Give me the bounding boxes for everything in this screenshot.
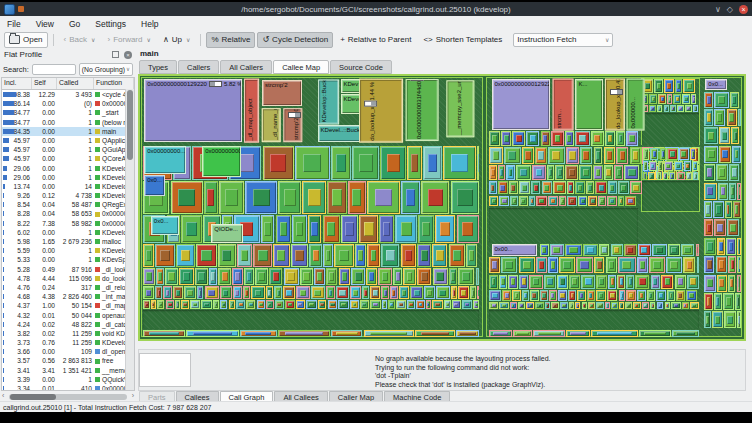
treemap-tile[interactable] — [723, 293, 734, 310]
treemap-tile[interactable] — [692, 161, 698, 170]
treemap-tile[interactable] — [717, 238, 726, 255]
treemap-tile[interactable] — [617, 275, 625, 289]
treemap-tile[interactable] — [243, 286, 250, 299]
treemap-tile[interactable] — [403, 268, 415, 285]
treemap-tile[interactable] — [642, 302, 649, 309]
treemap-tile[interactable] — [594, 257, 604, 273]
treemap-tile[interactable] — [677, 105, 684, 112]
tab-types[interactable]: Types — [139, 60, 177, 74]
treemap-tile[interactable] — [532, 165, 545, 179]
treemap-tile[interactable] — [669, 172, 676, 180]
treemap-tile[interactable] — [190, 300, 200, 309]
table-row[interactable]: 8.540.0458 487QRegExp:: — [2, 200, 134, 209]
treemap-tile[interactable] — [737, 275, 741, 292]
table-row[interactable]: 29.060.001KDevelop:: — [2, 173, 134, 182]
treemap-tile[interactable] — [285, 300, 295, 309]
table-row[interactable]: 3.340.014100x0000000 — [2, 384, 134, 390]
treemap-tile[interactable] — [470, 286, 476, 299]
table-row[interactable]: 45.970.001QApplicati — [2, 136, 134, 145]
treemap-tile[interactable] — [229, 300, 236, 309]
treemap-tile[interactable] — [498, 181, 508, 194]
treemap-tile-0x0[interactable]: 0x0... — [705, 79, 727, 91]
treemap-tile[interactable] — [550, 244, 564, 256]
treemap-tile[interactable] — [718, 183, 729, 200]
treemap-tile[interactable] — [674, 161, 683, 170]
treemap-tile[interactable] — [351, 268, 365, 285]
treemap-tile[interactable] — [367, 244, 380, 266]
treemap-tile-dl-map-object[interactable]: _dl_map_object — [244, 79, 259, 143]
table-row[interactable]: 4.320.0150 044openaux — [2, 311, 134, 320]
treemap-tile[interactable] — [664, 105, 670, 112]
treemap-tile[interactable] — [614, 165, 623, 179]
treemap-tile[interactable] — [452, 300, 461, 309]
treemap-tile[interactable] — [667, 290, 674, 301]
treemap-tile[interactable] — [704, 238, 715, 255]
treemap-tile[interactable] — [638, 244, 651, 256]
treemap-tile[interactable] — [143, 244, 154, 266]
treemap-tile[interactable] — [577, 290, 586, 301]
treemap-tile[interactable] — [730, 92, 739, 108]
treemap-tile[interactable] — [712, 311, 723, 328]
treemap-tile[interactable] — [326, 268, 337, 285]
treemap-tile-0x00000000[interactable]: 0x00000000... — [144, 146, 186, 173]
treemap-tile[interactable] — [166, 300, 174, 309]
treemap-tile[interactable] — [489, 131, 500, 145]
treemap-tile[interactable] — [637, 257, 648, 273]
treemap-tile[interactable] — [362, 286, 369, 299]
treemap-tile[interactable] — [502, 290, 511, 301]
table-row[interactable]: 4.371.0050 154_dl_map_o — [2, 301, 134, 310]
treemap-tile[interactable] — [196, 244, 217, 266]
treemap-tile[interactable] — [529, 196, 535, 207]
treemap-tile[interactable] — [237, 244, 252, 266]
treemap-tile[interactable] — [390, 286, 398, 299]
treemap-tile[interactable] — [155, 286, 162, 299]
treemap-tile[interactable] — [181, 300, 189, 309]
treemap-tile[interactable] — [309, 244, 322, 266]
treemap-tile[interactable] — [155, 244, 175, 266]
graph-overview-box[interactable] — [139, 353, 191, 387]
treemap-tile[interactable] — [176, 244, 195, 266]
treemap-tile[interactable] — [618, 181, 629, 194]
treemap-tile[interactable] — [672, 330, 699, 337]
treemap-tile[interactable] — [569, 302, 574, 309]
table-row[interactable]: 3.390.001QQuickVie — [2, 375, 134, 384]
treemap-tile[interactable] — [296, 300, 305, 309]
treemap-tile[interactable] — [350, 286, 360, 299]
treemap-tile-strcmp-2[interactable]: strcmp'2 — [262, 80, 302, 106]
treemap-tile[interactable] — [728, 275, 736, 292]
treemap-tile[interactable] — [566, 147, 579, 164]
table-row[interactable]: 3.820.0211 259void KDev — [2, 329, 134, 338]
treemap-tile[interactable] — [738, 109, 741, 126]
treemap-tile[interactable] — [541, 131, 551, 145]
treemap-tile[interactable] — [704, 164, 715, 181]
treemap-tile[interactable] — [618, 196, 624, 207]
treemap-tile[interactable] — [508, 275, 518, 289]
treemap-tile[interactable] — [163, 286, 171, 299]
table-row[interactable]: 8.280.0458 6530x0000000 — [2, 209, 134, 218]
treemap-tile[interactable] — [719, 146, 731, 163]
treemap-tile[interactable] — [567, 196, 577, 207]
treemap-tile[interactable] — [630, 147, 642, 164]
treemap-tile[interactable] — [529, 275, 543, 289]
treemap-tile[interactable] — [649, 105, 656, 112]
treemap-tile[interactable] — [410, 286, 423, 299]
treemap-tile[interactable] — [587, 290, 594, 301]
treemap-tile[interactable] — [273, 244, 289, 266]
treemap-tile[interactable] — [473, 300, 479, 309]
maximize-icon[interactable]: ◇ — [727, 5, 733, 14]
treemap-tile[interactable] — [477, 146, 479, 179]
treemap-tile[interactable] — [559, 257, 575, 273]
treemap-tile[interactable] — [433, 268, 448, 285]
treemap-tile[interactable] — [300, 268, 313, 285]
treemap-tile[interactable] — [681, 244, 695, 256]
treemap-tile[interactable] — [477, 286, 480, 299]
table-row[interactable]: 45.970.001QGuiApplic — [2, 145, 134, 154]
treemap-tile[interactable] — [687, 275, 699, 289]
treemap-tile[interactable] — [219, 181, 244, 214]
treemap-tile[interactable] — [731, 127, 739, 144]
menu-file[interactable]: File — [7, 19, 21, 29]
treemap-tile[interactable] — [737, 238, 741, 255]
treemap-tile[interactable] — [685, 105, 692, 112]
treemap-tile[interactable] — [575, 131, 590, 145]
treemap-tile[interactable] — [683, 257, 695, 273]
